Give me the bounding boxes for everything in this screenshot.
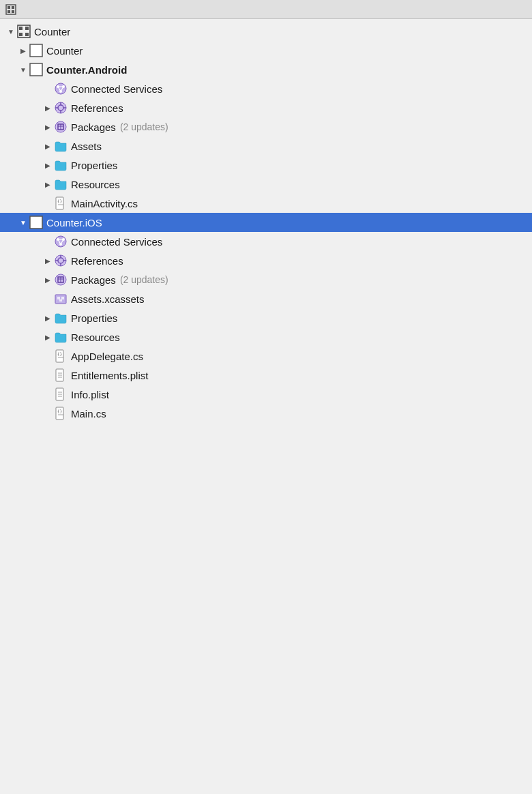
file-cs-icon: {}	[53, 406, 68, 421]
tree-item-main-cs-ios[interactable]: {} Main.cs	[0, 404, 532, 423]
svg-rect-9	[25, 33, 29, 36]
tree-item-label: Entitlements.plist	[71, 370, 148, 381]
svg-rect-1	[8, 6, 10, 9]
tree-item-label: Info.plist	[71, 389, 109, 400]
tree-item-label: AppDelegate.cs	[71, 351, 143, 362]
packages-icon	[53, 119, 68, 134]
solution-tree: Counter Counter Counter.Android Connecte…	[0, 19, 532, 794]
tree-chevron[interactable]	[42, 334, 53, 341]
tree-item-label: Connected Services	[71, 83, 162, 95]
tree-item-label: Counter	[46, 45, 83, 57]
svg-rect-2	[12, 6, 14, 9]
tree-item-label: Resources	[71, 179, 120, 190]
svg-rect-11	[30, 63, 42, 76]
tree-item-badge: (2 updates)	[120, 121, 168, 132]
folder-icon	[53, 158, 68, 173]
tree-item-entitlements-ios[interactable]: Entitlements.plist	[0, 366, 532, 385]
svg-rect-8	[19, 33, 23, 36]
tree-item-info-plist-ios[interactable]: Info.plist	[0, 385, 532, 404]
svg-rect-52	[61, 297, 64, 299]
tree-chevron[interactable]	[18, 66, 29, 74]
project-icon	[29, 43, 44, 58]
tree-item-solution-counter[interactable]: Counter	[0, 22, 532, 41]
tree-item-appdelegate-ios[interactable]: {} AppDelegate.cs	[0, 347, 532, 366]
tree-item-packages-android[interactable]: Packages(2 updates)	[0, 117, 532, 136]
svg-text:{}: {}	[57, 198, 62, 203]
tree-chevron[interactable]	[42, 257, 53, 265]
file-cs-icon: {}	[53, 349, 68, 364]
tree-item-resources-ios[interactable]: Resources	[0, 327, 532, 347]
svg-rect-10	[30, 44, 42, 57]
tree-chevron[interactable]	[42, 181, 53, 188]
tree-item-references-ios[interactable]: References	[0, 251, 532, 270]
svg-rect-6	[19, 27, 23, 30]
solution-icon	[5, 4, 16, 15]
tree-item-label: References	[71, 255, 123, 267]
file-plist-icon	[53, 368, 68, 383]
tree-item-label: MainActivity.cs	[71, 198, 138, 209]
tree-chevron[interactable]	[18, 47, 29, 55]
tree-item-label: Properties	[71, 160, 117, 171]
references-icon	[53, 100, 68, 115]
project-icon	[29, 62, 44, 77]
svg-text:{}: {}	[57, 351, 62, 356]
tree-item-references-android[interactable]: References	[0, 98, 532, 117]
tree-chevron[interactable]	[42, 123, 53, 131]
tree-item-label: Packages	[71, 274, 116, 286]
tree-item-label: Resources	[71, 332, 120, 343]
folder-icon	[53, 329, 68, 344]
tree-chevron[interactable]	[42, 276, 53, 284]
tree-chevron[interactable]	[42, 162, 53, 169]
tree-item-resources-android[interactable]: Resources	[0, 175, 532, 194]
connected-services-icon	[53, 81, 68, 96]
tree-item-connected-services-ios[interactable]: Connected Services	[0, 232, 532, 251]
file-cs-icon: {}	[53, 196, 68, 211]
tree-chevron[interactable]	[42, 104, 53, 112]
svg-rect-4	[12, 10, 14, 13]
folder-icon	[53, 138, 68, 153]
connected-services-icon	[53, 234, 68, 249]
file-plist-icon	[53, 387, 68, 402]
solution-icon	[16, 24, 31, 39]
tree-item-label: Properties	[71, 312, 117, 324]
tree-item-label: References	[71, 102, 123, 114]
svg-rect-3	[8, 10, 10, 13]
svg-rect-53	[59, 299, 62, 302]
tree-item-label: Main.cs	[71, 408, 106, 420]
title-bar	[0, 0, 532, 19]
tree-item-label: Packages	[71, 121, 116, 133]
references-icon	[53, 253, 68, 268]
tree-item-assets-xcassets-ios[interactable]: Assets.xcassets	[0, 289, 532, 308]
tree-item-label: Counter.Android	[46, 64, 127, 76]
tree-item-project-counter[interactable]: Counter	[0, 41, 532, 60]
tree-item-label: Counter.iOS	[46, 217, 102, 229]
svg-text:{}: {}	[57, 409, 62, 413]
tree-item-project-counter-android[interactable]: Counter.Android	[0, 60, 532, 79]
tree-chevron[interactable]	[5, 28, 16, 35]
tree-item-connected-services-android[interactable]: Connected Services	[0, 79, 532, 98]
svg-rect-32	[30, 216, 42, 229]
tree-item-label: Counter	[34, 26, 70, 38]
tree-item-label: Assets	[71, 141, 102, 152]
tree-chevron[interactable]	[18, 219, 29, 226]
packages-icon	[53, 272, 68, 287]
solution-window: Counter Counter Counter.Android Connecte…	[0, 0, 532, 794]
tree-item-project-counter-ios[interactable]: Counter.iOS	[0, 213, 532, 232]
tree-item-properties-android[interactable]: Properties	[0, 156, 532, 175]
tree-item-packages-ios[interactable]: Packages(2 updates)	[0, 270, 532, 289]
project-icon	[29, 215, 44, 230]
tree-item-mainactivity-android[interactable]: {} MainActivity.cs	[0, 194, 532, 213]
svg-rect-51	[57, 297, 60, 299]
tree-item-assets-android[interactable]: Assets	[0, 136, 532, 156]
assets-xcassets-icon	[53, 291, 68, 306]
title-bar-left	[5, 4, 20, 15]
svg-rect-50	[55, 295, 66, 304]
svg-rect-7	[25, 27, 29, 30]
tree-item-badge: (2 updates)	[120, 274, 168, 285]
tree-item-label: Assets.xcassets	[71, 293, 145, 305]
tree-chevron[interactable]	[42, 143, 53, 150]
tree-item-properties-ios[interactable]: Properties	[0, 308, 532, 327]
folder-icon	[53, 310, 68, 325]
tree-chevron[interactable]	[42, 314, 53, 322]
tree-item-label: Connected Services	[71, 236, 162, 248]
